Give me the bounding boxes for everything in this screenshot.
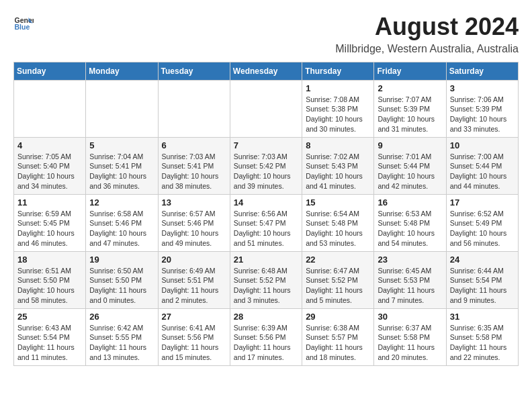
day-detail: Sunrise: 7:03 AM Sunset: 5:41 PM Dayligh… xyxy=(162,152,226,191)
day-detail: Sunrise: 6:54 AM Sunset: 5:48 PM Dayligh… xyxy=(306,209,370,248)
day-detail: Sunrise: 6:51 AM Sunset: 5:50 PM Dayligh… xyxy=(17,266,82,306)
calendar-cell: 12Sunrise: 6:58 AM Sunset: 5:46 PM Dayli… xyxy=(86,194,158,251)
calendar-cell: 22Sunrise: 6:47 AM Sunset: 5:52 PM Dayli… xyxy=(302,251,374,308)
day-detail: Sunrise: 6:37 AM Sunset: 5:58 PM Dayligh… xyxy=(378,323,442,363)
day-number: 11 xyxy=(17,197,82,208)
day-number: 23 xyxy=(378,255,442,265)
day-detail: Sunrise: 7:04 AM Sunset: 5:41 PM Dayligh… xyxy=(89,152,154,191)
day-number: 17 xyxy=(450,197,515,208)
day-number: 21 xyxy=(234,255,298,265)
day-detail: Sunrise: 7:01 AM Sunset: 5:44 PM Dayligh… xyxy=(378,152,442,191)
calendar-cell xyxy=(14,80,86,137)
calendar-cell: 18Sunrise: 6:51 AM Sunset: 5:50 PM Dayli… xyxy=(14,251,86,308)
logo-icon: General Blue xyxy=(13,13,34,34)
calendar-cell: 20Sunrise: 6:49 AM Sunset: 5:51 PM Dayli… xyxy=(158,251,230,308)
calendar-cell: 2Sunrise: 7:07 AM Sunset: 5:39 PM Daylig… xyxy=(374,80,446,137)
calendar-cell: 24Sunrise: 6:44 AM Sunset: 5:54 PM Dayli… xyxy=(446,251,518,308)
day-number: 18 xyxy=(17,255,82,265)
day-detail: Sunrise: 6:38 AM Sunset: 5:57 PM Dayligh… xyxy=(306,323,370,363)
calendar-week-row: 4Sunrise: 7:05 AM Sunset: 5:40 PM Daylig… xyxy=(14,137,519,194)
day-detail: Sunrise: 6:59 AM Sunset: 5:45 PM Dayligh… xyxy=(17,209,82,248)
day-detail: Sunrise: 7:03 AM Sunset: 5:42 PM Dayligh… xyxy=(234,152,298,191)
title-section: August 2024 Millbridge, Western Australi… xyxy=(335,13,519,55)
day-detail: Sunrise: 6:35 AM Sunset: 5:58 PM Dayligh… xyxy=(450,323,515,363)
calendar-cell: 5Sunrise: 7:04 AM Sunset: 5:41 PM Daylig… xyxy=(86,137,158,194)
calendar-cell: 30Sunrise: 6:37 AM Sunset: 5:58 PM Dayli… xyxy=(374,308,446,365)
header-monday: Monday xyxy=(86,62,158,80)
header-wednesday: Wednesday xyxy=(230,62,302,80)
calendar-week-row: 25Sunrise: 6:43 AM Sunset: 5:54 PM Dayli… xyxy=(14,308,519,365)
day-detail: Sunrise: 7:06 AM Sunset: 5:39 PM Dayligh… xyxy=(450,95,515,134)
day-detail: Sunrise: 6:58 AM Sunset: 5:46 PM Dayligh… xyxy=(89,209,154,248)
calendar-cell: 9Sunrise: 7:01 AM Sunset: 5:44 PM Daylig… xyxy=(374,137,446,194)
day-number: 25 xyxy=(17,312,82,322)
day-detail: Sunrise: 7:00 AM Sunset: 5:44 PM Dayligh… xyxy=(450,152,515,191)
day-number: 2 xyxy=(378,83,442,93)
calendar-week-row: 11Sunrise: 6:59 AM Sunset: 5:45 PM Dayli… xyxy=(14,194,519,251)
day-number: 6 xyxy=(162,140,226,150)
day-detail: Sunrise: 6:57 AM Sunset: 5:46 PM Dayligh… xyxy=(162,209,226,248)
calendar-cell: 28Sunrise: 6:39 AM Sunset: 5:56 PM Dayli… xyxy=(230,308,302,365)
day-number: 26 xyxy=(89,312,154,322)
day-number: 10 xyxy=(450,140,515,150)
calendar-cell: 27Sunrise: 6:41 AM Sunset: 5:56 PM Dayli… xyxy=(158,308,230,365)
calendar-cell: 11Sunrise: 6:59 AM Sunset: 5:45 PM Dayli… xyxy=(14,194,86,251)
svg-text:Blue: Blue xyxy=(15,23,30,31)
calendar-cell: 1Sunrise: 7:08 AM Sunset: 5:38 PM Daylig… xyxy=(302,80,374,137)
day-detail: Sunrise: 7:05 AM Sunset: 5:40 PM Dayligh… xyxy=(17,152,82,191)
calendar-cell xyxy=(86,80,158,137)
logo: General Blue xyxy=(13,13,34,34)
subtitle: Millbridge, Western Australia, Australia xyxy=(335,43,519,55)
header-sunday: Sunday xyxy=(14,62,86,80)
day-detail: Sunrise: 7:08 AM Sunset: 5:38 PM Dayligh… xyxy=(306,95,370,134)
day-number: 24 xyxy=(450,255,515,265)
calendar-cell: 6Sunrise: 7:03 AM Sunset: 5:41 PM Daylig… xyxy=(158,137,230,194)
day-detail: Sunrise: 6:47 AM Sunset: 5:52 PM Dayligh… xyxy=(306,266,370,306)
day-number: 4 xyxy=(17,140,82,150)
header-friday: Friday xyxy=(374,62,446,80)
calendar-cell: 16Sunrise: 6:53 AM Sunset: 5:48 PM Dayli… xyxy=(374,194,446,251)
day-detail: Sunrise: 6:44 AM Sunset: 5:54 PM Dayligh… xyxy=(450,266,515,306)
day-detail: Sunrise: 6:53 AM Sunset: 5:48 PM Dayligh… xyxy=(378,209,442,248)
calendar-cell: 8Sunrise: 7:02 AM Sunset: 5:43 PM Daylig… xyxy=(302,137,374,194)
calendar-cell: 3Sunrise: 7:06 AM Sunset: 5:39 PM Daylig… xyxy=(446,80,518,137)
day-detail: Sunrise: 7:02 AM Sunset: 5:43 PM Dayligh… xyxy=(306,152,370,191)
day-number: 27 xyxy=(162,312,226,322)
day-detail: Sunrise: 6:42 AM Sunset: 5:55 PM Dayligh… xyxy=(89,323,154,363)
calendar-week-row: 18Sunrise: 6:51 AM Sunset: 5:50 PM Dayli… xyxy=(14,251,519,308)
calendar-cell: 10Sunrise: 7:00 AM Sunset: 5:44 PM Dayli… xyxy=(446,137,518,194)
header: General Blue August 2024 Millbridge, Wes… xyxy=(13,13,519,55)
day-detail: Sunrise: 6:45 AM Sunset: 5:53 PM Dayligh… xyxy=(378,266,442,306)
day-detail: Sunrise: 6:48 AM Sunset: 5:52 PM Dayligh… xyxy=(234,266,298,306)
day-detail: Sunrise: 6:39 AM Sunset: 5:56 PM Dayligh… xyxy=(234,323,298,363)
day-number: 12 xyxy=(89,197,154,208)
day-number: 22 xyxy=(306,255,370,265)
calendar-table: Sunday Monday Tuesday Wednesday Thursday… xyxy=(13,62,519,366)
day-number: 16 xyxy=(378,197,442,208)
header-saturday: Saturday xyxy=(446,62,518,80)
calendar-cell: 26Sunrise: 6:42 AM Sunset: 5:55 PM Dayli… xyxy=(86,308,158,365)
day-number: 3 xyxy=(450,83,515,93)
day-number: 31 xyxy=(450,312,515,322)
header-tuesday: Tuesday xyxy=(158,62,230,80)
calendar-cell: 14Sunrise: 6:56 AM Sunset: 5:47 PM Dayli… xyxy=(230,194,302,251)
day-number: 19 xyxy=(89,255,154,265)
calendar-cell: 15Sunrise: 6:54 AM Sunset: 5:48 PM Dayli… xyxy=(302,194,374,251)
day-number: 28 xyxy=(234,312,298,322)
day-number: 9 xyxy=(378,140,442,150)
day-number: 7 xyxy=(234,140,298,150)
day-detail: Sunrise: 6:56 AM Sunset: 5:47 PM Dayligh… xyxy=(234,209,298,248)
day-number: 8 xyxy=(306,140,370,150)
calendar-cell: 4Sunrise: 7:05 AM Sunset: 5:40 PM Daylig… xyxy=(14,137,86,194)
day-detail: Sunrise: 6:52 AM Sunset: 5:49 PM Dayligh… xyxy=(450,209,515,248)
day-detail: Sunrise: 6:41 AM Sunset: 5:56 PM Dayligh… xyxy=(162,323,226,363)
day-detail: Sunrise: 6:43 AM Sunset: 5:54 PM Dayligh… xyxy=(17,323,82,363)
day-number: 29 xyxy=(306,312,370,322)
day-detail: Sunrise: 6:50 AM Sunset: 5:50 PM Dayligh… xyxy=(89,266,154,306)
day-detail: Sunrise: 7:07 AM Sunset: 5:39 PM Dayligh… xyxy=(378,95,442,134)
header-thursday: Thursday xyxy=(302,62,374,80)
day-number: 13 xyxy=(162,197,226,208)
calendar-cell: 29Sunrise: 6:38 AM Sunset: 5:57 PM Dayli… xyxy=(302,308,374,365)
calendar-cell: 21Sunrise: 6:48 AM Sunset: 5:52 PM Dayli… xyxy=(230,251,302,308)
days-header-row: Sunday Monday Tuesday Wednesday Thursday… xyxy=(14,62,519,80)
